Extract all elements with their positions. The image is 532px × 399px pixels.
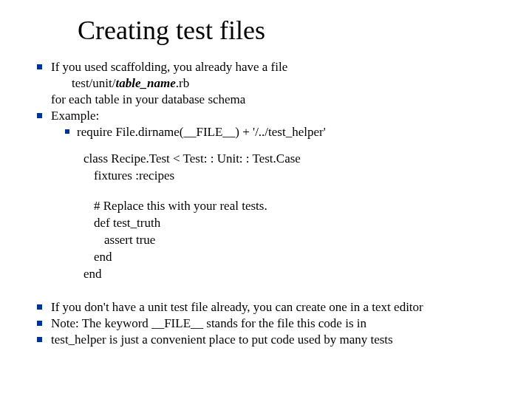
code-class: class Recipe.Test < Test: : Unit: : Test… [83, 151, 499, 168]
bullet-5: test_helper is just a convenient place t… [37, 332, 499, 348]
code-end2: end [83, 266, 499, 283]
b4-pre: Note: The keyword [51, 316, 151, 330]
bullet-icon [37, 113, 42, 118]
bullet-1-text: If you used scaffolding, you already hav… [51, 59, 499, 108]
bullet-icon [37, 321, 42, 326]
bullet-2-sub: require File.dirname(__FILE__) + '/../te… [65, 124, 499, 140]
code-end1: end [94, 249, 499, 266]
bullet-icon [65, 129, 69, 134]
bullet-5-text: test_helper is just a convenient place t… [51, 332, 499, 348]
code-assert: assert true [104, 232, 499, 249]
bullet-icon [37, 337, 42, 342]
bullet-icon [37, 64, 42, 69]
bullet-4: Note: The keyword __FILE__ stands for th… [37, 316, 499, 332]
b1-line3: for each table in your database schema [51, 92, 245, 106]
b1-path-pre: test/unit/ [72, 76, 116, 90]
bullet-icon [37, 304, 42, 310]
bullet-4-text: Note: The keyword __FILE__ stands for th… [51, 316, 499, 332]
bullet-3: If you don't have a unit test file alrea… [37, 299, 499, 316]
b4-post: stands for the file this code is in [203, 316, 366, 330]
bullet-2: Example: [37, 108, 499, 124]
b5-pre: test_helper [51, 332, 106, 347]
b1-path-post: .rb [176, 76, 189, 90]
bullet-3-text: If you don't have a unit test file alrea… [51, 299, 499, 316]
code-comment: # Replace this with your real tests. [94, 198, 499, 215]
b5-post: is just a convenient place to put code u… [106, 332, 393, 347]
bullet-1: If you used scaffolding, you already hav… [37, 59, 499, 108]
b1-path-var: table_name [116, 76, 176, 90]
bullet-2-text: Example: [51, 108, 499, 124]
b4-key: __FILE__ [151, 316, 203, 330]
code-fixtures: fixtures :recipes [94, 168, 499, 185]
code-block: class Recipe.Test < Test: : Unit: : Test… [83, 151, 499, 283]
b1-line1: If you used scaffolding, you already hav… [51, 60, 287, 74]
code-def: def test_truth [94, 215, 499, 232]
slide-container: Creating test files If you used scaffold… [0, 0, 532, 363]
slide-title: Creating test files [78, 15, 499, 46]
b2-sub-text: require File.dirname(__FILE__) + '/../te… [77, 124, 499, 140]
